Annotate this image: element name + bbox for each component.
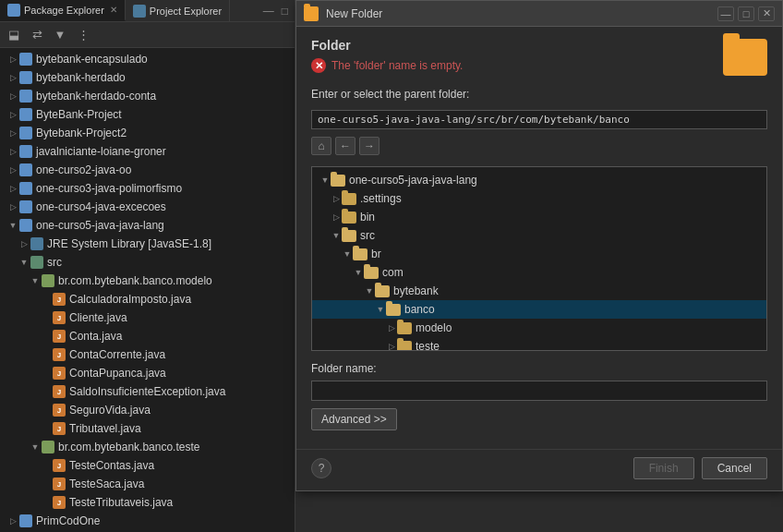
tree-item-label: TesteSaca.java — [69, 478, 144, 490]
ftree-item-label: teste — [416, 340, 440, 351]
cancel-button[interactable]: Cancel — [702, 457, 767, 479]
list-item[interactable]: J SaldoInsuficienteException.java — [0, 382, 295, 401]
list-item[interactable]: ▷ one-curso3-java-polimorfismo — [0, 179, 295, 198]
list-item[interactable]: ▷ PrimCodOne — [0, 512, 295, 530]
tree-arrow: ▷ — [7, 516, 18, 526]
ftree-arrow: ▷ — [386, 323, 397, 332]
dialog-minimize-btn[interactable]: — — [717, 6, 734, 21]
list-item[interactable]: J CalculadoraImposto.java — [0, 290, 295, 308]
java-icon: J — [52, 385, 66, 398]
ftree-arrow-expanded: ▼ — [353, 268, 364, 277]
list-item[interactable]: ▷ .settings — [312, 189, 766, 208]
link-with-editor-btn[interactable]: ⇄ — [27, 26, 47, 44]
list-item[interactable]: J TesteTributaveis.java — [0, 493, 295, 512]
tree-arrow: ▷ — [18, 239, 30, 248]
list-item[interactable]: ▼ one-curso5-java-java-lang — [312, 171, 766, 189]
ftree-folder-icon — [397, 322, 412, 334]
tab-project-explorer[interactable]: Project Explorer — [126, 0, 230, 21]
list-item[interactable]: ▷ modelo — [312, 319, 766, 337]
advanced-button[interactable]: Advanced >> — [311, 408, 397, 430]
project-icon — [18, 182, 33, 195]
tree-item-label: TesteTributaveis.java — [69, 496, 173, 509]
list-item[interactable]: ▼ com — [312, 263, 766, 282]
list-item[interactable]: J ContaCorrente.java — [0, 345, 295, 364]
list-item[interactable]: ▷ bytebank-herdado — [0, 68, 295, 87]
nav-back-btn[interactable]: ← — [335, 137, 355, 155]
list-item[interactable]: ▷ bytebank-encapsulado — [0, 50, 295, 68]
list-item[interactable]: ▷ Bytebank-Project2 — [0, 124, 295, 142]
list-item[interactable]: ▷ bin — [312, 208, 766, 226]
dialog-maximize-btn[interactable]: □ — [738, 6, 754, 21]
panel-toolbar: ⬓ ⇄ ▼ ⋮ — [0, 22, 295, 48]
list-item[interactable]: J Conta.java — [0, 327, 295, 345]
list-item[interactable]: ▷ JRE System Library [JavaSE-1.8] — [0, 235, 295, 253]
collapse-all-btn[interactable]: ⬓ — [4, 26, 24, 44]
tab-package-explorer[interactable]: Package Explorer ✕ — [0, 0, 126, 21]
tree-item-label: SaldoInsuficienteException.java — [69, 385, 225, 398]
ftree-item-label: one-curso5-java-java-lang — [349, 174, 477, 187]
parent-folder-input[interactable] — [311, 110, 767, 129]
tree-arrow-expanded: ▼ — [18, 258, 30, 267]
list-item[interactable]: J Cliente.java — [0, 308, 295, 327]
view-menu-btn[interactable]: ▼ — [50, 26, 70, 44]
package-explorer-icon — [7, 4, 20, 17]
tab-package-explorer-close[interactable]: ✕ — [110, 5, 117, 15]
list-item[interactable]: ▼ banco — [312, 300, 766, 319]
ftree-item-label: com — [382, 266, 404, 279]
java-icon: J — [52, 422, 66, 435]
list-item[interactable]: ▷ bytebank-herdado-conta — [0, 87, 295, 105]
tree-item-label: src — [47, 256, 62, 269]
project-icon — [18, 127, 33, 139]
list-item[interactable]: ▼ br.com.bytebank.banco.teste — [0, 438, 295, 456]
maximize-panel-btn[interactable]: □ — [279, 4, 291, 18]
tree-arrow-expanded: ▼ — [30, 442, 41, 452]
minimize-panel-btn[interactable]: — — [260, 4, 277, 18]
ftree-item-label: bin — [360, 211, 375, 224]
src-icon — [30, 256, 44, 269]
project-icon — [18, 163, 33, 176]
folder-name-label: Folder name: — [311, 362, 767, 375]
nav-home-btn[interactable]: ⌂ — [311, 137, 331, 155]
list-item[interactable]: ▷ teste — [312, 337, 766, 351]
tree-item-label: SeguroVida.java — [69, 404, 151, 417]
ftree-item-label: bytebank — [393, 284, 439, 297]
list-item[interactable]: J TesteSaca.java — [0, 475, 295, 493]
left-panel: Package Explorer ✕ Project Explorer — □ … — [0, 0, 295, 532]
package-icon — [41, 441, 55, 453]
tree-arrow: ▷ — [7, 54, 18, 64]
list-item[interactable]: ▷ javalniciante-loiane-groner — [0, 142, 295, 161]
java-icon: J — [52, 496, 66, 509]
list-item[interactable]: J ContaPupanca.java — [0, 364, 295, 382]
ftree-folder-icon — [342, 230, 356, 242]
list-item[interactable]: ▷ ByteBank-Project — [0, 105, 295, 124]
list-item[interactable]: ▷ one-curso2-java-oo — [0, 161, 295, 179]
list-item[interactable]: ▼ src — [0, 253, 295, 272]
ftree-arrow-expanded: ▼ — [319, 175, 331, 185]
error-message: The 'folder' name is empty. — [331, 59, 463, 72]
help-button[interactable]: ? — [311, 458, 331, 478]
folder-name-section: Folder name: — [311, 362, 767, 401]
nav-forward-btn[interactable]: → — [359, 137, 379, 155]
finish-button[interactable]: Finish — [633, 457, 694, 479]
more-options-btn[interactable]: ⋮ — [73, 26, 93, 44]
list-item[interactable]: ▼ bytebank — [312, 282, 766, 300]
dialog-close-btn[interactable]: ✕ — [758, 6, 775, 21]
error-row: ✕ The 'folder' name is empty. — [311, 58, 463, 73]
list-item[interactable]: J TesteContas.java — [0, 456, 295, 475]
dialog-body: Folder ✕ The 'folder' name is empty. Ent… — [296, 27, 782, 445]
tree-arrow: ▷ — [7, 202, 18, 212]
ftree-folder-icon — [397, 341, 412, 352]
list-item[interactable]: J Tributavel.java — [0, 419, 295, 438]
tab-package-explorer-label: Package Explorer — [24, 5, 104, 16]
list-item[interactable]: ▷ one-curso4-java-excecoes — [0, 198, 295, 216]
tree-item-label: bytebank-encapsulado — [36, 53, 148, 66]
folder-name-input[interactable] — [311, 381, 767, 401]
tab-bar: Package Explorer ✕ Project Explorer — □ — [0, 0, 295, 22]
project-icon — [18, 145, 33, 158]
list-item[interactable]: ▼ one-curso5-java-java-lang — [0, 216, 295, 235]
list-item[interactable]: ▼ br — [312, 245, 766, 263]
list-item[interactable]: ▼ src — [312, 226, 766, 245]
list-item[interactable]: ▼ br.com.bytebank.banco.modelo — [0, 272, 295, 290]
list-item[interactable]: J SeguroVida.java — [0, 401, 295, 419]
parent-folder-tree[interactable]: ▼ one-curso5-java-java-lang ▷ .settings … — [311, 166, 767, 351]
